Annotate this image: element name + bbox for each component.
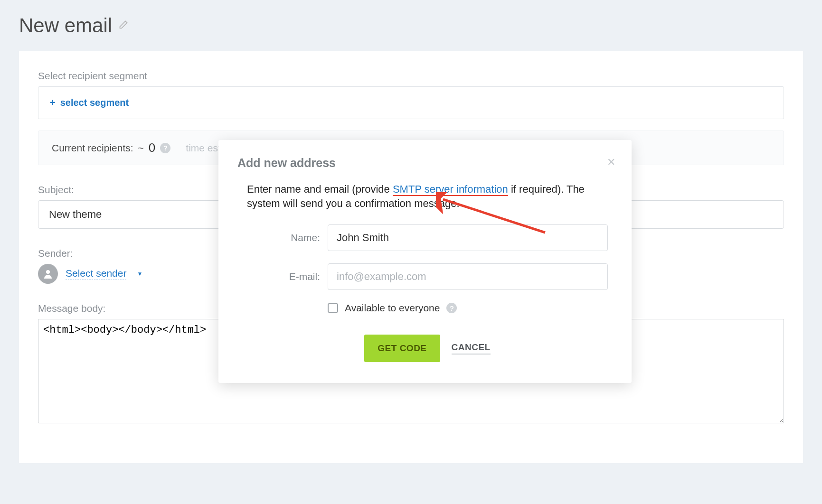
name-field-label: Name: [247, 232, 328, 243]
recipients-count: 0 [149, 140, 155, 155]
modal-description: Enter name and email (provide SMTP serve… [247, 182, 608, 210]
available-label: Available to everyone [345, 302, 440, 314]
select-sender-link[interactable]: Select sender [66, 268, 126, 280]
name-input[interactable] [328, 224, 608, 251]
smtp-link[interactable]: SMTP server information [393, 183, 508, 196]
plus-icon: + [50, 97, 56, 108]
email-input[interactable] [328, 263, 608, 290]
help-icon[interactable]: ? [446, 303, 457, 313]
cancel-button[interactable]: CANCEL [452, 342, 491, 355]
available-checkbox[interactable] [328, 303, 338, 313]
chevron-down-icon[interactable]: ▼ [137, 271, 142, 277]
svg-point-0 [46, 270, 50, 274]
recipients-label: Current recipients: [52, 142, 133, 154]
page-header: New email [19, 0, 803, 51]
segment-box: + select segment [38, 86, 784, 119]
segment-label: Select recipient segment [38, 70, 784, 82]
pencil-icon[interactable] [119, 20, 128, 31]
add-address-modal: Add new address ✕ Enter name and email (… [218, 140, 632, 383]
select-segment-link[interactable]: + select segment [50, 97, 772, 108]
modal-title: Add new address [237, 156, 613, 170]
recipients-tilde: ~ [138, 142, 144, 154]
help-icon[interactable]: ? [160, 143, 170, 153]
email-field-label: E-mail: [247, 271, 328, 282]
select-segment-text: select segment [60, 97, 129, 108]
avatar-icon [38, 264, 58, 284]
get-code-button[interactable]: GET CODE [364, 335, 440, 362]
page-title: New email [19, 14, 112, 37]
close-icon[interactable]: ✕ [607, 156, 615, 168]
modal-text-before: Enter name and email (provide [247, 183, 393, 195]
